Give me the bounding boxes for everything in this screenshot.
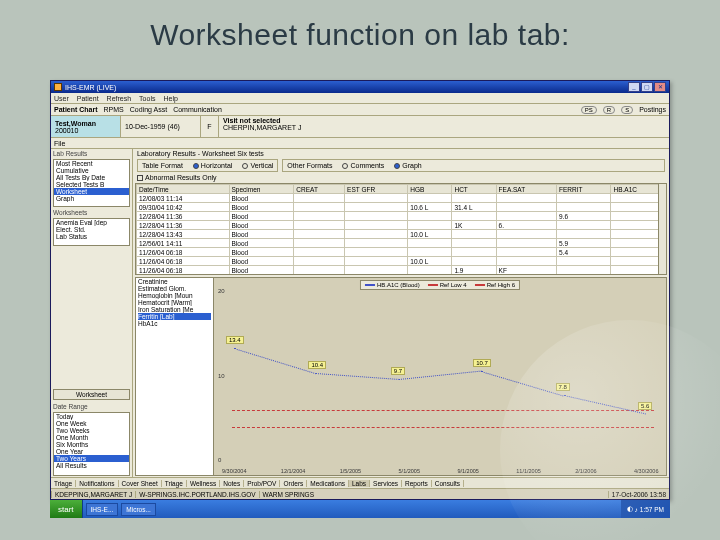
close-button[interactable]: ✕ (654, 82, 666, 92)
list-item[interactable]: HbA1c (138, 320, 211, 327)
list-item[interactable]: Hematocrit [Warm] (138, 299, 211, 306)
list-item[interactable]: Today (54, 413, 129, 420)
tab-labs[interactable]: Labs (349, 480, 370, 487)
tool-strip: Patient Chart RPMS Coding Asst Communica… (51, 104, 669, 116)
worksheet-button[interactable]: Worksheet (53, 389, 130, 400)
tray-icon[interactable]: ♪ (635, 506, 638, 513)
table-row[interactable]: 09/30/04 10:42Blood10.6 L31.4 L (137, 203, 666, 212)
list-item[interactable]: Six Months (54, 441, 129, 448)
list-item[interactable]: All Tests By Date (54, 174, 129, 181)
list-item[interactable]: Estimated Glom. (138, 285, 211, 292)
radio-comments[interactable]: Comments (342, 162, 384, 169)
visit-cell[interactable]: Visit not selected CHERPIN,MARGARET J (219, 116, 669, 137)
table-row[interactable]: 12/28/04 13:43Blood10.0 L (137, 230, 666, 239)
tab-medications[interactable]: Medications (307, 480, 349, 487)
menu-item[interactable]: User (54, 95, 69, 102)
radio-graph[interactable]: Graph (394, 162, 421, 169)
tab-consults[interactable]: Consults (432, 480, 464, 487)
minimize-button[interactable]: _ (628, 82, 640, 92)
tab-triage[interactable]: Triage (162, 480, 187, 487)
table-row[interactable]: 12/28/04 11:36Blood9.6 (137, 212, 666, 221)
tab-triage[interactable]: Triage (51, 480, 76, 487)
tab-wellness[interactable]: Wellness (187, 480, 220, 487)
list-item[interactable]: Anemia Eval [dep (54, 219, 129, 226)
list-item-selected[interactable]: Worksheet (54, 188, 129, 195)
postings-pill[interactable]: S (621, 106, 633, 114)
table-cell (345, 221, 408, 230)
postings-pill[interactable]: R (603, 106, 615, 114)
table-row[interactable]: 11/26/04 06:18Blood10.0 L (137, 257, 666, 266)
column-header[interactable]: HCT (452, 185, 496, 194)
tab-prob-pov[interactable]: Prob/POV (244, 480, 280, 487)
maximize-button[interactable]: ▢ (641, 82, 653, 92)
bottom-tabs: TriageNotificationsCover SheetTriageWell… (51, 477, 669, 488)
column-header[interactable]: FEA.SAT (496, 185, 556, 194)
scrollbar-vertical[interactable] (658, 184, 666, 274)
graph-test-list[interactable]: Creatinine Estimated Glom. Hemoglobin [M… (136, 278, 214, 475)
postings-pill[interactable]: PS (581, 106, 597, 114)
table-cell (557, 257, 611, 266)
table-row[interactable]: 11/26/04 06:18Blood1.9KF (137, 266, 666, 275)
menu-item[interactable]: Help (163, 95, 177, 102)
tab-services[interactable]: Services (370, 480, 402, 487)
daterange-list[interactable]: Today One Week Two Weeks One Month Six M… (53, 412, 130, 476)
list-item[interactable]: Elect. Std. (54, 226, 129, 233)
list-item[interactable]: One Year (54, 448, 129, 455)
list-item-selected[interactable]: Ferritin [Lab] (138, 313, 211, 320)
tab-notes[interactable]: Notes (220, 480, 244, 487)
results-grid[interactable]: Date/TimeSpecimenCREATEST GFRHGBHCTFEA.S… (135, 183, 667, 275)
strip-item[interactable]: Coding Asst (130, 106, 167, 113)
column-header[interactable]: HGB (408, 185, 452, 194)
views-list[interactable]: Most Recent Cumulative All Tests By Date… (53, 159, 130, 207)
column-header[interactable]: FERRIT (557, 185, 611, 194)
table-row[interactable]: 12/08/03 11:14Blood (137, 194, 666, 203)
list-item[interactable]: One Month (54, 434, 129, 441)
tab-reports[interactable]: Reports (402, 480, 432, 487)
testgroups-title: Worksheets (51, 208, 132, 217)
list-item[interactable]: Selected Tests B (54, 181, 129, 188)
tab-orders[interactable]: Orders (280, 480, 307, 487)
taskbar-task[interactable]: IHS-E... (86, 503, 119, 516)
column-header[interactable]: Specimen (229, 185, 294, 194)
radio-vertical[interactable]: Vertical (242, 162, 273, 169)
radio-horizontal[interactable]: Horizontal (193, 162, 233, 169)
list-item[interactable]: Lab Status (54, 233, 129, 240)
table-row[interactable]: 12/28/04 11:36Blood1K6. (137, 221, 666, 230)
clock: 1:57 PM (640, 506, 664, 513)
list-item[interactable]: One Week (54, 420, 129, 427)
list-item[interactable]: Most Recent (54, 160, 129, 167)
table-cell: 10.0 L (408, 230, 452, 239)
testgroups-list[interactable]: Anemia Eval [dep Elect. Std. Lab Status (53, 218, 130, 246)
menu-item[interactable]: Patient (77, 95, 99, 102)
list-item[interactable]: Creatinine (138, 278, 211, 285)
data-point-label: 9.7 (391, 367, 405, 375)
list-item[interactable]: All Results (54, 462, 129, 469)
file-menu[interactable]: File (54, 140, 65, 147)
column-header[interactable]: Date/Time (137, 185, 230, 194)
check-abnormal[interactable]: Abnormal Results Only (137, 174, 217, 181)
menu-item[interactable]: Refresh (107, 95, 132, 102)
column-header[interactable]: CREAT (294, 185, 345, 194)
tray-icon[interactable]: ◐ (627, 505, 633, 513)
column-header[interactable]: EST GFR (345, 185, 408, 194)
list-item[interactable]: Hemoglobin [Moun (138, 292, 211, 299)
table-cell (408, 221, 452, 230)
list-item-selected[interactable]: Two Years (54, 455, 129, 462)
menu-item[interactable]: Tools (139, 95, 155, 102)
chart-area[interactable]: 010209/30/200412/1/20041/5/20055/1/20059… (214, 278, 666, 475)
tab-notifications[interactable]: Notifications (76, 480, 118, 487)
tab-cover-sheet[interactable]: Cover Sheet (119, 480, 162, 487)
table-row[interactable]: 11/26/04 06:18Blood5.4 (137, 248, 666, 257)
system-tray[interactable]: ◐ ♪ 1:57 PM (621, 500, 670, 518)
table-cell (408, 212, 452, 221)
patient-name-cell[interactable]: Test,Woman 200010 (51, 116, 121, 137)
start-button[interactable]: start (50, 500, 83, 518)
list-item[interactable]: Graph (54, 195, 129, 202)
list-item[interactable]: Cumulative (54, 167, 129, 174)
list-item[interactable]: Iron Saturation [Me (138, 306, 211, 313)
strip-item[interactable]: Communication (173, 106, 222, 113)
strip-item[interactable]: RPMS (104, 106, 124, 113)
list-item[interactable]: Two Weeks (54, 427, 129, 434)
table-row[interactable]: 12/56/01 14:11Blood5.9 (137, 239, 666, 248)
taskbar-task[interactable]: Micros... (121, 503, 156, 516)
